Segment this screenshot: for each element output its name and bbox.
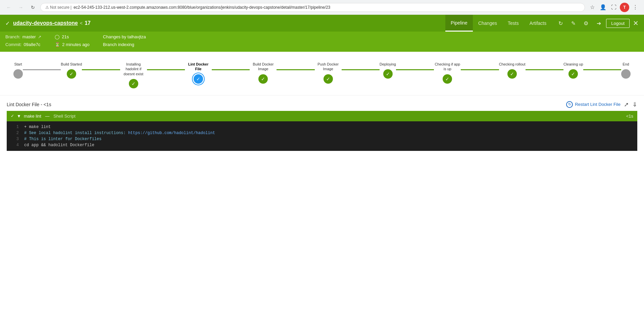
reload-button[interactable]: ↻: [28, 3, 38, 12]
header-check-icon: ✓: [5, 20, 10, 27]
stage-install-hadolint[interactable]: Installing hadolint if doesnt exist✓: [120, 62, 147, 88]
back-button[interactable]: ←: [4, 3, 13, 12]
project-title[interactable]: udacity-devops-capstone: [13, 20, 78, 26]
stage-check-app[interactable]: Checking if app is up✓: [434, 62, 461, 84]
log-step-type: Shell Script: [53, 114, 76, 119]
build-info-section: Lint Docker File - <1s ↻ Restart Lint Do…: [0, 95, 644, 156]
commit-label: Commit:: [5, 42, 21, 47]
logout-button[interactable]: Logout: [606, 19, 630, 28]
pipeline-line-0: [23, 69, 61, 70]
stage-label-build-started: Build Started: [61, 62, 82, 67]
stage-deploying[interactable]: Deploying✓: [380, 62, 396, 79]
pipeline-area: StartBuild Started✓Installing hadolint i…: [0, 52, 644, 95]
log-time: <1s: [626, 114, 633, 119]
stage-lint-docker[interactable]: Lint Docker File✓: [185, 62, 212, 84]
replay-button[interactable]: ↻: [555, 18, 566, 29]
stage-check-rollout[interactable]: Checking rollout✓: [499, 62, 526, 79]
stage-title: Lint Docker File - <1s: [7, 102, 51, 107]
stage-dot-start: [13, 69, 23, 79]
timing-info: ◯ 21s ⏳ 2 minutes ago: [55, 34, 90, 47]
log-step-name: make lint: [24, 114, 41, 119]
log-separator: —: [44, 114, 51, 119]
bookmark-button[interactable]: ☆: [588, 3, 597, 12]
build-number: 17: [85, 20, 91, 26]
stage-label-deploying: Deploying: [380, 62, 396, 67]
stage-dot-cleaning-up: ✓: [568, 69, 578, 79]
avatar[interactable]: T: [620, 3, 629, 12]
log-link[interactable]: https://github.com/hadolint/hadolint: [128, 131, 215, 135]
share-button[interactable]: ➔: [593, 18, 604, 29]
log-line-num: 2: [11, 131, 19, 135]
settings-button[interactable]: ⚙: [581, 18, 591, 29]
stage-build-started[interactable]: Build Started✓: [61, 62, 82, 79]
stage-label-start: Start: [14, 62, 22, 67]
lock-icon: ⚠: [45, 5, 49, 10]
stage-dot-end: [621, 69, 631, 79]
address-bar[interactable]: ⚠ Not secure | ec2-54-245-133-212.us-wes…: [40, 3, 585, 12]
commit-value: 09a8e7c: [23, 42, 40, 47]
stage-push-docker[interactable]: Push Docker Image✓: [315, 62, 342, 84]
pipeline-line-6: [396, 69, 434, 70]
stage-dot-install-hadolint: ✓: [129, 79, 138, 88]
info-bar: Branch: master ↗ Commit: 09a8e7c ◯ 21s ⏳…: [0, 32, 644, 52]
log-line: 3# This is linter for Dockerfiles: [7, 136, 637, 142]
commit-item: Commit: 09a8e7c: [5, 42, 41, 47]
log-line-text: cd app && hadolint Dockerfile: [24, 143, 94, 148]
log-line-text: # See local hadolint install instruction…: [24, 131, 215, 135]
changes-by-value: Changes by talhavjtza: [103, 34, 146, 39]
extensions-button[interactable]: ⛶: [609, 3, 618, 12]
indexing-value: Branch indexing: [103, 42, 134, 47]
stage-end[interactable]: End: [621, 62, 631, 79]
download-button[interactable]: ⇓: [632, 101, 637, 108]
close-button[interactable]: ✕: [633, 20, 639, 27]
log-header: ✓ ▼ make lint — Shell Script <1s: [7, 111, 637, 121]
open-external-button[interactable]: ➚: [624, 101, 629, 108]
log-line: 1+ make lint: [7, 124, 637, 130]
nav-artifacts[interactable]: Artifacts: [524, 15, 552, 32]
log-section: ✓ ▼ make lint — Shell Script <1s 1+ make…: [7, 111, 637, 151]
nav-changes[interactable]: Changes: [473, 15, 502, 32]
more-button[interactable]: ⋮: [631, 3, 640, 12]
stage-label-install-hadolint: Installing hadolint if doesnt exist: [120, 62, 147, 76]
browser-toolbar: ☆ 👤 ⛶ T ⋮: [588, 3, 640, 12]
restart-link[interactable]: ↻ Restart Lint Docker File: [566, 101, 621, 108]
edit-button[interactable]: ✎: [568, 18, 579, 29]
pipeline-line-9: [583, 69, 621, 70]
log-toggle-button[interactable]: ▼: [17, 114, 21, 119]
app-header: ✓ udacity-devops-capstone < 17 Pipeline …: [0, 15, 644, 32]
log-line: 2# See local hadolint install instructio…: [7, 130, 637, 136]
stage-build-docker[interactable]: Build Docker Image✓: [250, 62, 277, 84]
header-separator: <: [80, 20, 83, 26]
security-indicator: ⚠ Not secure |: [45, 5, 71, 10]
build-info-actions: ↻ Restart Lint Docker File ➚ ⇓: [566, 101, 637, 108]
pipeline-line-8: [526, 69, 563, 70]
stage-dot-push-docker: ✓: [324, 74, 333, 84]
header-nav: Pipeline Changes Tests Artifacts: [445, 15, 552, 32]
stage-label-lint-docker: Lint Docker File: [185, 62, 212, 72]
stage-start[interactable]: Start: [13, 62, 23, 79]
nav-pipeline[interactable]: Pipeline: [445, 15, 473, 32]
profile-button[interactable]: 👤: [598, 3, 608, 12]
branch-label: Branch:: [5, 34, 20, 39]
stage-cleaning-up[interactable]: Cleaning up✓: [563, 62, 583, 79]
duration-item: ◯ 21s: [55, 34, 90, 39]
external-link-icon[interactable]: ↗: [38, 35, 41, 39]
indexing-item: Branch indexing: [103, 42, 146, 47]
pipeline-line-5: [342, 69, 380, 70]
nav-tests[interactable]: Tests: [502, 15, 524, 32]
time-ago-value: 2 minutes ago: [62, 42, 90, 47]
log-line-num: 1: [11, 125, 19, 129]
branch-commit-info: Branch: master ↗ Commit: 09a8e7c: [5, 34, 41, 47]
stage-label-check-rollout: Checking rollout: [499, 62, 526, 67]
log-check-icon: ✓: [11, 114, 14, 118]
log-body: 1+ make lint2# See local hadolint instal…: [7, 121, 637, 151]
forward-button[interactable]: →: [16, 3, 26, 12]
pipeline-line-3: [212, 69, 250, 70]
clock-icon: ◯: [55, 34, 60, 39]
header-actions: ↻ ✎ ⚙ ➔ Logout ✕: [555, 18, 639, 29]
duration-value: 21s: [62, 34, 69, 39]
pipeline-line-2: [147, 69, 185, 70]
stage-dot-build-started: ✓: [67, 69, 76, 79]
stage-dot-deploying: ✓: [383, 69, 393, 79]
stage-label-push-docker: Push Docker Image: [315, 62, 342, 72]
